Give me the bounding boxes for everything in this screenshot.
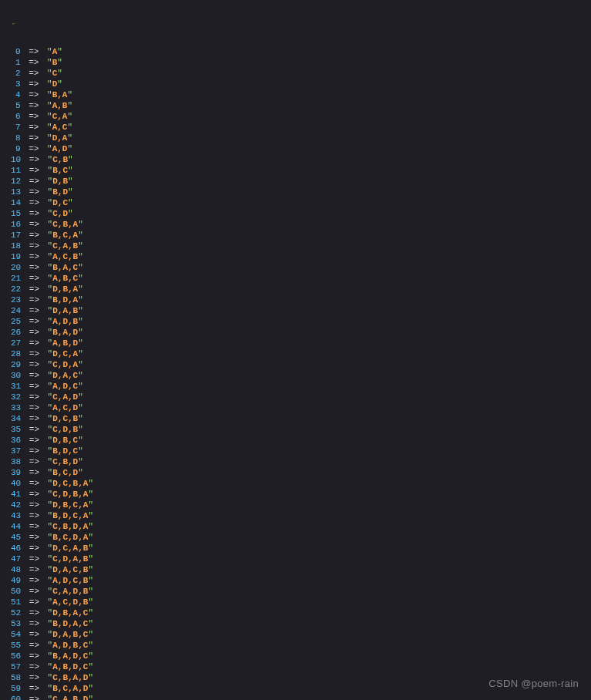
- arrow-icon: =>: [21, 133, 47, 143]
- close-quote: ": [88, 543, 93, 554]
- arrow-icon: =>: [21, 597, 47, 607]
- array-entry: 46 => "D,C,A,B": [11, 543, 591, 554]
- entry-value: A: [52, 46, 58, 57]
- entry-value: A,D: [52, 143, 68, 154]
- entry-value: B,A,C: [52, 262, 78, 273]
- entry-key: 41: [11, 489, 21, 500]
- close-quote: ": [88, 661, 93, 672]
- entry-key: 10: [11, 154, 21, 165]
- close-quote: ": [78, 467, 83, 478]
- arrow-icon: =>: [21, 316, 47, 327]
- close-quote: ": [78, 456, 83, 467]
- array-entry: 40 => "D,C,B,A": [11, 478, 591, 489]
- entry-key: 58: [11, 672, 21, 683]
- open-quote: ": [48, 165, 53, 176]
- open-quote: ": [48, 338, 53, 348]
- open-quote: ": [48, 413, 53, 424]
- arrow-icon: =>: [21, 381, 47, 392]
- close-quote: ": [88, 586, 93, 597]
- close-quote: ": [68, 197, 73, 208]
- close-quote: ": [78, 316, 83, 327]
- array-entry: 23 => "B,D,A": [11, 294, 591, 305]
- close-quote: ": [88, 564, 93, 575]
- arrow-icon: =>: [21, 543, 47, 554]
- entry-key: 33: [11, 402, 21, 413]
- close-quote: ": [78, 219, 83, 230]
- close-quote: ": [88, 618, 93, 629]
- array-entry: 25 => "A,D,B": [11, 316, 591, 327]
- entry-key: 11: [11, 165, 21, 176]
- entry-value: A,B: [52, 100, 68, 111]
- open-quote: ": [48, 230, 53, 241]
- entry-value: B,C,A,D: [52, 683, 88, 694]
- arrow-icon: =>: [21, 154, 47, 165]
- entry-value: B,A,D: [52, 327, 78, 338]
- entry-key: 52: [11, 607, 21, 618]
- entry-value: D,B,A: [52, 284, 78, 294]
- arrow-icon: =>: [21, 672, 47, 683]
- entry-key: 37: [11, 446, 21, 456]
- entry-key: 53: [11, 618, 21, 629]
- arrow-icon: =>: [21, 554, 47, 564]
- entry-key: 24: [11, 305, 21, 316]
- array-entry: 28 => "D,C,A": [11, 348, 591, 359]
- entry-key: 5: [15, 100, 21, 111]
- entry-value: C,A: [52, 111, 68, 122]
- arrow-icon: =>: [21, 230, 47, 241]
- array-entry: 21 => "A,B,C": [11, 273, 591, 284]
- open-quote: ": [48, 564, 53, 575]
- open-quote: ": [48, 489, 53, 500]
- array-entry: 44 => "C,B,D,A": [11, 521, 591, 532]
- close-quote: ": [88, 554, 93, 564]
- open-quote: ": [48, 381, 53, 392]
- entry-key: 42: [11, 500, 21, 510]
- array-entry: 10 => "C,B": [11, 154, 591, 165]
- open-quote: ": [48, 219, 53, 230]
- array-entry: 48 => "D,A,C,B": [11, 564, 591, 575]
- entry-key: 0: [15, 46, 21, 57]
- entry-value: D,A: [52, 133, 68, 143]
- open-quote: ": [47, 46, 52, 57]
- array-entry: 47 => "C,D,A,B": [11, 554, 591, 564]
- close-quote: ": [67, 100, 72, 111]
- open-quote: ": [47, 68, 52, 79]
- open-quote: ": [47, 89, 52, 100]
- array-entry: 33 => "A,C,D": [11, 402, 591, 413]
- arrow-icon: =>: [21, 327, 47, 338]
- open-quote: ": [48, 424, 53, 435]
- array-entry: 50 => "C,A,D,B": [11, 586, 591, 597]
- array-entry: 11 => "B,C": [11, 165, 591, 176]
- array-entry: 17 => "B,C,A": [11, 230, 591, 241]
- entry-key: 43: [11, 510, 21, 521]
- entry-key: 38: [11, 456, 21, 467]
- entry-value: C,B,D,A: [52, 521, 88, 532]
- arrow-icon: =>: [21, 187, 47, 197]
- entry-key: 34: [11, 413, 21, 424]
- entry-value: B,D,C: [52, 446, 78, 456]
- close-quote: ": [88, 500, 93, 510]
- array-entry: 35 => "C,D,B": [11, 424, 591, 435]
- entry-value: C,B,A: [52, 219, 78, 230]
- close-quote: ": [57, 57, 62, 68]
- close-quote: ": [88, 629, 93, 640]
- entry-value: A,C,D,B: [52, 597, 88, 607]
- entry-value: A,B,D,C: [52, 661, 88, 672]
- array-entry: 43 => "B,D,C,A": [11, 510, 591, 521]
- close-quote: ": [78, 327, 83, 338]
- open-quote: ": [48, 543, 53, 554]
- array-entry: 42 => "D,B,C,A": [11, 500, 591, 510]
- entry-key: 32: [11, 392, 21, 402]
- close-quote: ": [68, 187, 73, 197]
- close-quote: ": [67, 111, 72, 122]
- entry-key: 49: [11, 575, 21, 586]
- arrow-icon: =>: [21, 100, 47, 111]
- entry-value: B,D,C,A: [52, 510, 88, 521]
- array-entry: 36 => "D,B,C": [11, 435, 591, 446]
- entry-key: 2: [15, 68, 21, 79]
- entry-value: B,A,D,C: [52, 651, 88, 661]
- arrow-icon: =>: [21, 564, 47, 575]
- close-quote: ": [67, 143, 72, 154]
- entry-key: 9: [15, 143, 21, 154]
- open-quote: ": [48, 197, 53, 208]
- array-entry: 54 => "D,A,B,C": [11, 629, 591, 640]
